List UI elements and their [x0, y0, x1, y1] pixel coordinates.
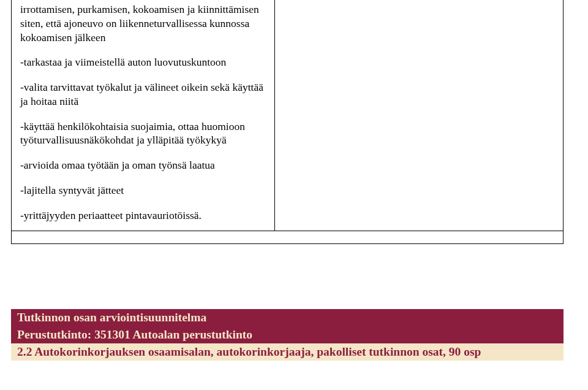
- paragraph: -lajitella syntyvät jätteet: [20, 183, 266, 197]
- footer-line-3: 2.2 Autokorinkorjauksen osaamisalan, aut…: [11, 343, 564, 361]
- empty-row: [12, 231, 563, 243]
- footer-line-1: Tutkinnon osan arviointisuunnitelma: [11, 309, 564, 326]
- right-cell: [275, 0, 563, 231]
- content-table: irrottamisen, purkamisen, kokoamisen ja …: [11, 0, 564, 244]
- paragraph: -valita tarvittavat työkalut ja välineet…: [20, 80, 266, 109]
- page-container: irrottamisen, purkamisen, kokoamisen ja …: [0, 0, 588, 390]
- footer-line-2: Perustutkinto: 351301 Autoalan perustutk…: [11, 326, 564, 343]
- paragraph: -arvioida omaa työtään ja oman työnsä la…: [20, 158, 266, 172]
- table-row: irrottamisen, purkamisen, kokoamisen ja …: [12, 0, 563, 231]
- paragraph: -käyttää henkilökohtaisia suojaimia, ott…: [20, 120, 266, 148]
- paragraph: irrottamisen, purkamisen, kokoamisen ja …: [20, 2, 266, 44]
- left-cell: irrottamisen, purkamisen, kokoamisen ja …: [12, 0, 275, 231]
- footer-band: Tutkinnon osan arviointisuunnitelma Peru…: [11, 309, 564, 361]
- paragraph: -tarkastaa ja viimeistellä auton luovutu…: [20, 55, 266, 69]
- paragraph: -yrittäjyyden periaatteet pintavauriotöi…: [20, 208, 266, 223]
